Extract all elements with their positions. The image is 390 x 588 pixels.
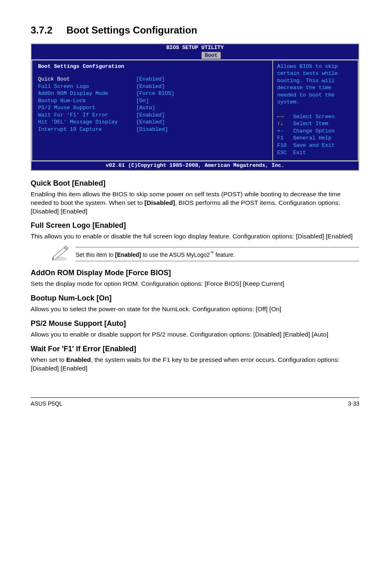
- bios-setting-value: [Enabled]: [136, 112, 165, 119]
- bios-tab-bar: Boot: [31, 52, 359, 59]
- bios-setting-label: AddOn ROM Display Mode: [38, 90, 136, 97]
- bios-title: BIOS SETUP UTILITY: [31, 44, 359, 52]
- text-bold: [Disabled]: [144, 199, 175, 206]
- bios-setting-label: Quick Boot: [38, 76, 136, 83]
- bios-setting-row: Hit 'DEL' Message Display[Enabled]: [38, 119, 267, 126]
- para-quick-boot: Enabling this item allows the BIOS to sk…: [31, 190, 359, 216]
- heading-quick-boot: Quick Boot [Enabled]: [31, 179, 359, 188]
- heading-full-screen-logo: Full Screen Logo [Enabled]: [31, 221, 359, 230]
- bios-setting-row: AddOn ROM Display Mode[Force BIOS]: [38, 90, 267, 97]
- text-bold: [Enabled]: [115, 251, 141, 258]
- bios-setting-value: [Enabled]: [136, 83, 165, 90]
- bios-setting-row: Full Screen Logo[Enabled]: [38, 83, 267, 90]
- bios-setting-value: [Disabled]: [136, 126, 168, 133]
- bios-setting-label: PS/2 Mouse Support: [38, 104, 136, 112]
- bios-setting-value: [On]: [136, 97, 149, 105]
- page-footer: ASUS P5QL 3-33: [31, 397, 359, 407]
- bios-setting-row: Wait For 'F1' If Error[Enabled]: [38, 112, 267, 119]
- bios-key-legend: ←→ Select Screen↑↓ Select Item+- Change …: [277, 113, 354, 156]
- note-block: Set this item to [Enabled] to use the AS…: [50, 245, 359, 263]
- heading-ps2-mouse: PS/2 Mouse Support [Auto]: [31, 319, 359, 328]
- bios-setting-value: [Force BIOS]: [136, 90, 175, 97]
- section-number: 3.7.2: [31, 25, 52, 36]
- bios-setting-label: Hit 'DEL' Message Display: [38, 119, 136, 126]
- bios-key-row: F10 Save and Exit: [277, 142, 354, 149]
- pencil-note-icon: [50, 245, 69, 263]
- bios-key-row: ↑↓ Select Item: [277, 120, 354, 128]
- text-bold: Enabled: [66, 356, 91, 363]
- bios-setting-row: Bootup Num-Lock[On]: [38, 97, 267, 105]
- bios-setting-row: PS/2 Mouse Support[Auto]: [38, 104, 267, 112]
- heading-wait-f1: Wait For 'F1' If Error [Enabled]: [31, 345, 359, 353]
- bios-setting-value: [Auto]: [136, 104, 155, 112]
- text: to use the ASUS MyLogo2: [141, 251, 210, 258]
- heading-addon-rom: AddOn ROM Display Mode [Force BIOS]: [31, 269, 359, 277]
- bios-screenshot: BIOS SETUP UTILITY Boot Boot Settings Co…: [31, 43, 359, 171]
- para-addon-rom: Sets the display mode for option ROM. Co…: [31, 280, 359, 288]
- heading-numlock: Bootup Num-Lock [On]: [31, 294, 359, 303]
- para-numlock: Allows you to select the power-on state …: [31, 305, 359, 314]
- para-ps2-mouse: Allows you to enable or disable support …: [31, 330, 359, 339]
- bios-footer: v02.61 (C)Copyright 1985-2008, American …: [31, 161, 359, 170]
- section-heading-text: Boot Settings Configuration: [66, 25, 197, 36]
- bios-key-row: ←→ Select Screen: [277, 113, 354, 121]
- bios-panel-title: Boot Settings Configuration: [38, 63, 267, 70]
- bios-help-text: Allows BIOS to skip certain tests while …: [277, 63, 354, 106]
- bios-setting-label: Interrupt 19 Capture: [38, 126, 136, 133]
- bios-main-panel: Boot Settings Configuration Quick Boot[E…: [31, 60, 273, 162]
- para-wait-f1: When set to Enabled, the system waits fo…: [31, 356, 359, 373]
- footer-right: 3-33: [348, 400, 359, 407]
- bios-setting-row: Interrupt 19 Capture[Disabled]: [38, 126, 267, 133]
- bios-key-row: ESC Exit: [277, 149, 354, 157]
- text: feature.: [214, 251, 235, 258]
- bios-key-row: F1 General Help: [277, 135, 354, 142]
- bios-active-tab: Boot: [202, 52, 221, 59]
- bios-help-panel: Allows BIOS to skip certain tests while …: [273, 60, 359, 162]
- section-title: 3.7.2Boot Settings Configuration: [31, 25, 359, 36]
- text: Set this item to: [76, 251, 115, 258]
- bios-key-row: +- Change Option: [277, 128, 354, 135]
- text: When set to: [31, 356, 66, 363]
- bios-setting-value: [Enabled]: [136, 119, 165, 126]
- bios-setting-row: Quick Boot[Enabled]: [38, 76, 267, 83]
- bios-setting-label: Full Screen Logo: [38, 83, 136, 90]
- note-text: Set this item to [Enabled] to use the AS…: [76, 247, 359, 262]
- bios-setting-label: Bootup Num-Lock: [38, 97, 136, 105]
- footer-left: ASUS P5QL: [31, 400, 63, 407]
- bios-setting-value: [Enabled]: [136, 76, 165, 83]
- bios-setting-label: Wait For 'F1' If Error: [38, 112, 136, 119]
- para-full-screen-logo: This allows you to enable or disable the…: [31, 232, 359, 241]
